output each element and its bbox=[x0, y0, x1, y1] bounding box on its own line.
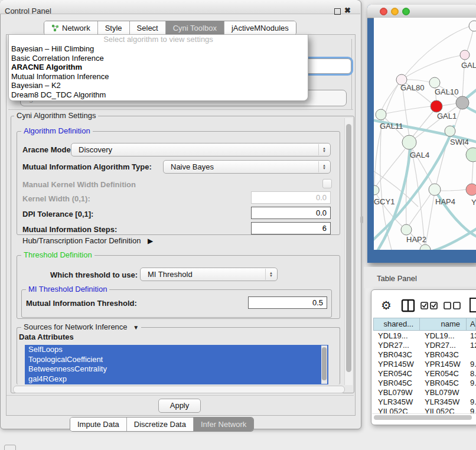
table-row[interactable]: YPR145WYPR145W9. bbox=[373, 360, 476, 369]
mi-type-combo[interactable]: Naive Bayes ▲▼ bbox=[163, 160, 331, 174]
table-row[interactable]: YBL079WYBL079W bbox=[373, 388, 476, 397]
hub-definition-toggle[interactable]: Hub/Transcription Factor Definition ▶ bbox=[22, 236, 153, 245]
kernel-width-field[interactable]: 0.0 bbox=[251, 191, 331, 204]
node-label: HAP2 bbox=[406, 235, 426, 244]
tab-jactivemnodules[interactable]: jActiveMNodules bbox=[224, 21, 296, 35]
network-node[interactable] bbox=[402, 135, 416, 149]
column-header-shared-name[interactable]: shared... bbox=[373, 318, 420, 331]
control-panel-tabs: Network Style Select Cyni Toolbox jActiv… bbox=[44, 21, 296, 35]
mi-threshold-field[interactable]: 0.5 bbox=[248, 296, 327, 309]
apply-button[interactable]: Apply bbox=[158, 399, 201, 413]
columns-icon[interactable] bbox=[401, 299, 415, 312]
network-node[interactable] bbox=[376, 109, 386, 120]
scrollbar-thumb[interactable] bbox=[374, 415, 472, 420]
network-node[interactable] bbox=[456, 96, 469, 109]
table-row[interactable]: YLR345WYLR345W9. bbox=[373, 397, 476, 407]
attribute-item[interactable]: gal4RGexp bbox=[25, 374, 328, 384]
float-window-icon[interactable] bbox=[334, 8, 341, 15]
scrollbar-thumb[interactable] bbox=[322, 347, 327, 380]
scrollbar-thumb[interactable] bbox=[346, 124, 351, 372]
table-row[interactable]: YER054CYER054C8. bbox=[373, 369, 476, 379]
table-row[interactable]: YBR045CYBR045C9. bbox=[373, 379, 476, 388]
control-panel-titlebar[interactable] bbox=[0, 0, 360, 14]
tab-infer-network[interactable]: Infer Network bbox=[193, 418, 253, 431]
settings-horizontal-scrollbar[interactable] bbox=[13, 386, 345, 393]
algorithm-option[interactable]: Mutual Information Inference bbox=[9, 72, 308, 81]
mi-threshold-label: Mutual Information Threshold: bbox=[26, 299, 137, 308]
tab-network[interactable]: Network bbox=[44, 21, 97, 35]
tab-label: Infer Network bbox=[201, 420, 246, 429]
node-label: GAL4 bbox=[410, 151, 429, 159]
tab-style[interactable]: Style bbox=[97, 21, 129, 35]
table-row[interactable]: YBR043CYBR043C bbox=[373, 350, 476, 360]
combo-value: Discovery bbox=[79, 145, 112, 154]
algorithm-option[interactable]: Basic Correlation Inference bbox=[9, 54, 308, 63]
network-node[interactable] bbox=[445, 126, 455, 136]
algorithm-option[interactable]: ARACNE Algorithm bbox=[9, 63, 308, 72]
table-row[interactable]: YDR27...YDR27...12 bbox=[373, 341, 476, 350]
close-icon[interactable]: ✖ bbox=[344, 6, 351, 15]
manual-kernel-checkbox[interactable] bbox=[322, 179, 332, 188]
dpi-tolerance-field[interactable]: 0.0 bbox=[251, 207, 331, 219]
mi-steps-field[interactable]: 6 bbox=[251, 222, 331, 234]
sources-toggle[interactable]: Sources for Network Inference ▼ bbox=[21, 323, 141, 332]
combo-value: MI Threshold bbox=[148, 270, 193, 279]
table-row[interactable]: YIL052CYIL052C9. bbox=[373, 407, 476, 413]
attribute-item[interactable]: SelfLoops bbox=[25, 345, 328, 355]
attribute-item[interactable]: BetweennessCentrality bbox=[25, 364, 328, 374]
zoom-traffic-light[interactable] bbox=[402, 8, 410, 15]
deselect-all-icon[interactable] bbox=[444, 302, 461, 310]
tab-impute-data[interactable]: Impute Data bbox=[70, 418, 126, 431]
close-traffic-light[interactable] bbox=[380, 8, 387, 15]
tab-cyni-toolbox[interactable]: Cyni Toolbox bbox=[165, 21, 224, 35]
aracne-mode-label: Aracne Mode: bbox=[22, 145, 73, 154]
table-row[interactable]: YDL19...YDL19...13 bbox=[373, 331, 476, 341]
table-cell: YBR043C bbox=[420, 350, 467, 360]
tab-label: Cyni Toolbox bbox=[173, 24, 217, 32]
collapsed-panel-button[interactable] bbox=[4, 445, 16, 450]
table-horizontal-scrollbar[interactable] bbox=[372, 413, 475, 421]
network-node[interactable] bbox=[466, 148, 476, 162]
network-edge bbox=[472, 161, 473, 184]
stepper-icon: ▲▼ bbox=[265, 269, 276, 280]
aracne-mode-combo[interactable]: Discovery ▲▼ bbox=[71, 143, 331, 156]
tab-label: Network bbox=[62, 24, 90, 32]
network-node[interactable] bbox=[460, 50, 470, 60]
attribute-item[interactable]: TopologicalCoefficient bbox=[25, 355, 328, 365]
settings-vertical-scrollbar[interactable] bbox=[344, 118, 353, 385]
network-node[interactable] bbox=[469, 21, 476, 31]
network-node[interactable] bbox=[429, 184, 441, 195]
tab-discretize-data[interactable]: Discretize Data bbox=[126, 418, 193, 431]
table-cell: YBR045C bbox=[420, 379, 467, 388]
network-canvas[interactable]: GALGAL80GAL10GAL1GAL11SWI4GAL4GCY1HAP4YH… bbox=[374, 18, 476, 250]
algorithm-option[interactable]: Bayesian – K2 bbox=[9, 81, 308, 90]
which-threshold-combo[interactable]: MI Threshold ▲▼ bbox=[140, 268, 278, 281]
network-icon bbox=[51, 24, 59, 32]
table-cell: YBL079W bbox=[373, 388, 420, 397]
network-node[interactable] bbox=[374, 185, 379, 195]
minimize-traffic-light[interactable] bbox=[391, 8, 399, 15]
node-label: GAL bbox=[461, 61, 476, 70]
select-all-icon[interactable] bbox=[420, 302, 438, 310]
attributes-scrollbar[interactable] bbox=[321, 345, 327, 384]
table-cell: YDL19... bbox=[420, 331, 467, 341]
screen: Control Panel ✖ Network Style Select Cyn… bbox=[0, 0, 476, 450]
splitter-handle[interactable] bbox=[360, 216, 363, 223]
network-node[interactable] bbox=[431, 100, 442, 112]
manual-kernel-label: Manual Kernel Width Definition bbox=[22, 180, 136, 189]
settings-gear-icon[interactable]: ⚙ bbox=[381, 298, 392, 312]
network-node[interactable] bbox=[401, 224, 412, 235]
sources-title: Sources for Network Inference bbox=[24, 322, 128, 331]
table-panel-title: Table Panel bbox=[377, 274, 417, 283]
network-node[interactable] bbox=[466, 184, 476, 195]
algorithm-option[interactable]: Bayesian – Hill Climbing bbox=[9, 44, 308, 54]
network-svg[interactable]: GALGAL80GAL10GAL1GAL11SWI4GAL4GCY1HAP4YH… bbox=[374, 18, 476, 250]
algorithm-option[interactable]: Dream8 DC_TDC Algorithm bbox=[9, 90, 308, 100]
document-icon[interactable] bbox=[469, 297, 476, 313]
network-node[interactable] bbox=[429, 77, 440, 88]
data-attributes-label: Data Attributes bbox=[19, 332, 74, 341]
tab-select[interactable]: Select bbox=[129, 21, 165, 35]
table-cell: YIL052C bbox=[420, 407, 467, 413]
column-header-partial[interactable]: A bbox=[467, 318, 476, 331]
column-header-name[interactable]: name bbox=[420, 318, 467, 331]
